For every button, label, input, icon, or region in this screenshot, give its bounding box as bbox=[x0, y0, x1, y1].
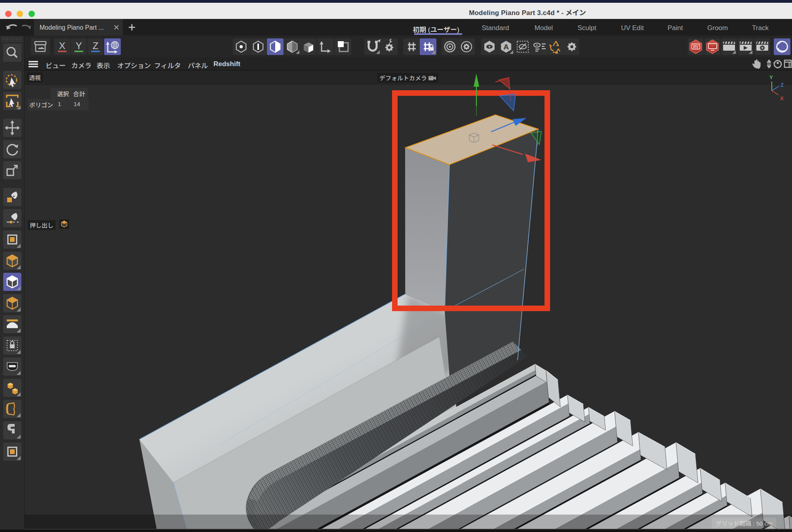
svg-text:Y: Y bbox=[76, 40, 82, 51]
svg-text:X: X bbox=[780, 95, 784, 101]
svg-text:RV: RV bbox=[693, 45, 699, 49]
svg-text:A: A bbox=[503, 43, 509, 51]
svg-text:X: X bbox=[59, 40, 65, 51]
svg-text:Z: Z bbox=[93, 40, 99, 51]
svg-text:Modeling Piano Part ...: Modeling Piano Part ... bbox=[40, 24, 104, 31]
svg-text:Z: Z bbox=[781, 82, 784, 88]
svg-text:Y: Y bbox=[769, 74, 773, 80]
